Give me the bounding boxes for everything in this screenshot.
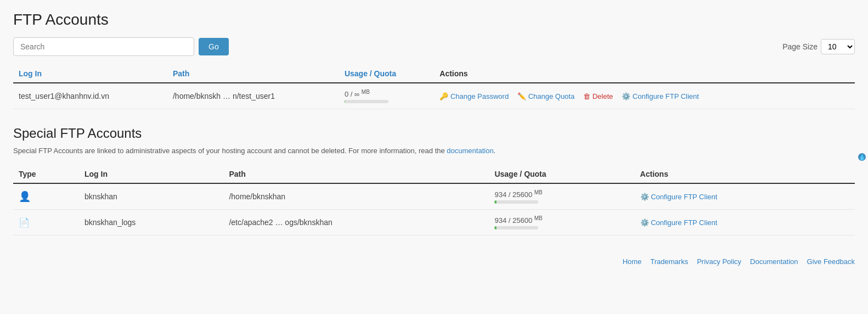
cell-usage: 934 / 25600 MB — [489, 210, 634, 236]
configure-ftp-link[interactable]: ⚙️ Configure FTP Client — [622, 92, 699, 100]
footer-link[interactable]: Documentation — [750, 257, 798, 266]
documentation-link[interactable]: documentation — [447, 147, 493, 155]
col-usage: Usage / Quota — [339, 65, 434, 83]
footer-link[interactable]: Home — [623, 257, 642, 266]
configure-ftp-link[interactable]: ⚙️ Configure FTP Client — [640, 193, 718, 201]
cell-path: /home/bknskhan — [223, 183, 489, 210]
table-row: 📄 bknskhan_logs /etc/apache2 … ogs/bknsk… — [13, 210, 855, 236]
cell-login: test_user1@khanhnv.id.vn — [13, 83, 167, 109]
table-row: test_user1@khanhnv.id.vn /home/bknskh … … — [13, 83, 855, 109]
cell-login: bknskhan_logs — [79, 210, 223, 236]
cell-path: /etc/apache2 … ogs/bknskhan — [223, 210, 489, 236]
cell-actions: ⚙️ Configure FTP Client — [635, 210, 855, 236]
change-quota-link[interactable]: ✏️ Change Quota — [517, 92, 574, 100]
scol-actions: Actions — [635, 165, 855, 183]
special-section-desc: Special FTP Accounts are linked to admin… — [13, 145, 855, 156]
cell-usage: 934 / 25600 MB — [489, 183, 634, 210]
footer-link[interactable]: Give Feedback — [807, 257, 855, 266]
cell-path: /home/bknskh … n/test_user1 — [167, 83, 339, 109]
page-title: FTP Accounts — [13, 11, 855, 29]
cell-type: 📄 — [13, 210, 79, 236]
col-path: Path — [167, 65, 339, 83]
search-row: Go Page Size 10 25 50 100 — [13, 37, 855, 56]
footer: HomeTrademarksPrivacy PolicyDocumentatio… — [13, 257, 855, 266]
scroll-indicator[interactable]: 💧 — [858, 153, 866, 161]
col-login: Log In — [13, 65, 167, 83]
scol-login: Log In — [79, 165, 223, 183]
page-size-container: Page Size 10 25 50 100 — [782, 39, 855, 54]
person-icon: 👤 — [19, 191, 31, 202]
footer-link[interactable]: Trademarks — [650, 257, 688, 266]
special-ftp-table: Type Log In Path Usage / Quota Actions 👤… — [13, 165, 855, 236]
cell-actions: 🔑 Change Password ✏️ Change Quota 🗑 Dele… — [434, 83, 855, 109]
table-row: 👤 bknskhan /home/bknskhan 934 / 25600 MB… — [13, 183, 855, 210]
cell-login: bknskhan — [79, 183, 223, 210]
ftp-table-header-row: Log In Path Usage / Quota Actions — [13, 65, 855, 83]
cell-actions: ⚙️ Configure FTP Client — [635, 183, 855, 210]
configure-ftp-link[interactable]: ⚙️ Configure FTP Client — [640, 218, 718, 227]
special-table-header-row: Type Log In Path Usage / Quota Actions — [13, 165, 855, 183]
footer-link[interactable]: Privacy Policy — [697, 257, 741, 266]
cell-type: 👤 — [13, 183, 79, 210]
file-icon: 📄 — [19, 218, 30, 227]
ftp-accounts-table: Log In Path Usage / Quota Actions test_u… — [13, 65, 855, 109]
cell-usage: 0 / ∞ MB — [339, 83, 434, 109]
col-actions: Actions — [434, 65, 855, 83]
delete-link[interactable]: 🗑 Delete — [583, 92, 613, 100]
search-input[interactable] — [13, 37, 194, 56]
page-size-select[interactable]: 10 25 50 100 — [821, 39, 855, 54]
special-section-title: Special FTP Accounts — [13, 126, 855, 141]
page-size-label: Page Size — [782, 42, 818, 51]
go-button[interactable]: Go — [199, 38, 229, 55]
scol-type: Type — [13, 165, 79, 183]
scol-path: Path — [223, 165, 489, 183]
scol-usage: Usage / Quota — [489, 165, 634, 183]
change-password-link[interactable]: 🔑 Change Password — [439, 92, 509, 100]
